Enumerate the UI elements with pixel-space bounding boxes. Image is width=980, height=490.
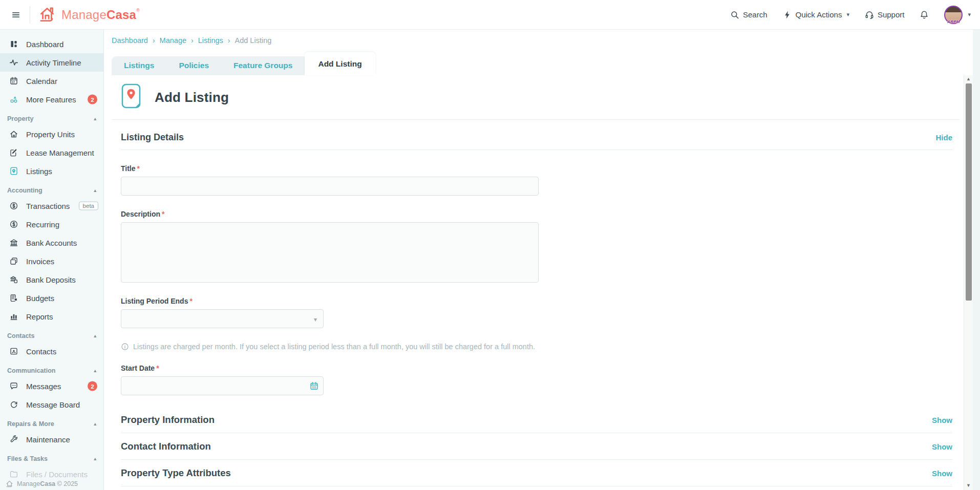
notifications-bell-icon[interactable]: [920, 10, 929, 19]
sidebar-item-contacts[interactable]: Contacts: [0, 342, 103, 360]
sidebar-item-label: Reports: [26, 312, 53, 321]
contact-information-section: Contact Information Show: [121, 433, 952, 460]
breadcrumb-manage[interactable]: Manage: [160, 36, 186, 45]
sidebar-item-label: More Features: [26, 95, 76, 104]
sidebar-item-listings[interactable]: Listings: [0, 162, 103, 180]
info-icon: [121, 342, 129, 351]
folder-icon: [9, 470, 18, 479]
title-input[interactable]: [121, 177, 539, 196]
section-label: Repairs & More: [7, 420, 54, 428]
listing-period-label: Listing Period Ends*: [121, 297, 952, 305]
home-icon: [9, 130, 18, 139]
tab-bar: Listings Policies Feature Groups Add Lis…: [112, 56, 375, 75]
brand-logo[interactable]: ManageCasa®: [37, 4, 140, 26]
app-root: ManageCasa® Search Quick Actions ▾: [0, 0, 980, 490]
scroll-down-arrow-icon[interactable]: ▼: [966, 482, 971, 489]
user-menu[interactable]: ARPM ▾: [944, 6, 971, 24]
billing-note: Listings are charged per month. If you s…: [121, 342, 952, 351]
message-board-icon: [9, 400, 18, 409]
brand-house-icon: [37, 4, 57, 26]
listing-period-select[interactable]: ▾: [121, 309, 324, 328]
contact-information-show-link[interactable]: Show: [932, 442, 952, 451]
scrollbar-thumb[interactable]: [966, 83, 972, 301]
sidebar-item-label: Recurring: [26, 220, 59, 229]
property-type-attributes-show-link[interactable]: Show: [932, 469, 952, 478]
listing-page-icon: [121, 83, 141, 112]
sidebar-section-repairs[interactable]: Repairs & More ▴: [0, 418, 103, 430]
tab-policies[interactable]: Policies: [166, 56, 221, 75]
avatar: ARPM: [944, 6, 963, 24]
scroll-up-arrow-icon[interactable]: ▲: [966, 75, 971, 82]
sidebar-item-label: Listings: [26, 167, 52, 176]
start-date-input[interactable]: [121, 376, 324, 395]
sidebar-item-reports[interactable]: Reports: [0, 307, 103, 326]
sidebar-item-budgets[interactable]: Budgets: [0, 289, 103, 307]
sidebar-item-messages[interactable]: Messages 2: [0, 377, 103, 395]
sidebar-section-contacts[interactable]: Contacts ▴: [0, 330, 103, 342]
property-type-attributes-section: Property Type Attributes Show: [121, 460, 952, 486]
breadcrumb-listings[interactable]: Listings: [198, 36, 223, 45]
sidebar-section-property[interactable]: Property ▴: [0, 113, 103, 125]
support-button[interactable]: Support: [865, 10, 905, 19]
sidebar-section-files[interactable]: Files & Tasks ▴: [0, 453, 103, 465]
sidebar-item-message-board[interactable]: Message Board: [0, 395, 103, 414]
required-asterisk: *: [156, 364, 159, 372]
sidebar-section-communication[interactable]: Communication ▴: [0, 365, 103, 377]
sidebar-item-maintenance[interactable]: Maintenance: [0, 430, 103, 449]
lightning-bolt-icon: [783, 10, 792, 19]
recurring-dollar-icon: [9, 220, 18, 229]
hamburger-menu-icon[interactable]: [7, 6, 25, 24]
search-button[interactable]: Search: [730, 10, 768, 19]
sidebar-section-accounting[interactable]: Accounting ▴: [0, 184, 103, 197]
listing-period-value[interactable]: [121, 309, 324, 328]
quick-actions-button[interactable]: Quick Actions ▾: [783, 10, 849, 19]
brand-name: ManageCasa®: [61, 8, 140, 22]
beta-badge: beta: [79, 202, 98, 210]
breadcrumb-add-listing: Add Listing: [235, 36, 272, 45]
breadcrumb-dashboard[interactable]: Dashboard: [112, 36, 148, 45]
sidebar-item-calendar[interactable]: Calendar: [0, 72, 103, 90]
sidebar-item-property-units[interactable]: Property Units: [0, 125, 103, 143]
tab-add-listing[interactable]: Add Listing: [305, 52, 375, 75]
sidebar-item-label: Maintenance: [26, 435, 70, 444]
sidebar-item-dashboard[interactable]: Dashboard: [0, 35, 103, 53]
lease-document-icon: [9, 148, 18, 157]
start-date-field[interactable]: [121, 376, 324, 395]
footer-house-icon: [5, 479, 14, 488]
sidebar-item-label: Files / Documents: [26, 470, 88, 479]
required-asterisk: *: [162, 210, 164, 218]
sidebar-item-label: Transactions: [26, 202, 70, 210]
sidebar-item-more-features[interactable]: More Features 2: [0, 90, 103, 109]
hide-link[interactable]: Hide: [935, 133, 952, 142]
sidebar-item-bank-accounts[interactable]: Bank Accounts: [0, 233, 103, 252]
listing-details-title: Listing Details: [121, 132, 184, 143]
user-menu-caret-icon: ▾: [968, 11, 971, 18]
sidebar-item-label: Bank Deposits: [26, 275, 76, 284]
sidebar-item-activity-timeline[interactable]: Activity Timeline: [0, 53, 103, 72]
invoices-icon: [9, 257, 18, 266]
property-information-show-link[interactable]: Show: [932, 416, 952, 424]
section-label: Accounting: [7, 187, 42, 194]
sidebar-item-transactions[interactable]: Transactions beta: [0, 197, 103, 215]
calendar-icon: [9, 76, 18, 86]
section-label: Contacts: [7, 332, 34, 339]
required-asterisk: *: [137, 164, 140, 173]
tab-listings[interactable]: Listings: [112, 56, 166, 75]
sidebar-item-label: Dashboard: [26, 40, 63, 49]
sidebar-item-bank-deposits[interactable]: Bank Deposits: [0, 270, 103, 289]
sidebar-item-recurring[interactable]: Recurring: [0, 215, 103, 233]
section-label: Communication: [7, 367, 55, 374]
sidebar-item-lease-management[interactable]: Lease Management: [0, 143, 103, 162]
collapse-caret-icon: ▴: [94, 368, 96, 373]
search-label: Search: [743, 10, 768, 19]
sidebar-item-invoices[interactable]: Invoices: [0, 252, 103, 270]
footer-copyright: ManageCasa © 2025: [17, 480, 78, 487]
datepicker-calendar-icon[interactable]: [309, 381, 319, 391]
sidebar-item-label: Messages: [26, 382, 61, 391]
window-edge-strip: [973, 30, 980, 490]
breadcrumb-separator-icon: ›: [153, 36, 155, 45]
vertical-scrollbar[interactable]: ▲ ▼: [964, 75, 973, 490]
top-header: ManageCasa® Search Quick Actions ▾: [0, 0, 980, 30]
description-input[interactable]: [121, 222, 539, 283]
tab-feature-groups[interactable]: Feature Groups: [221, 56, 305, 75]
